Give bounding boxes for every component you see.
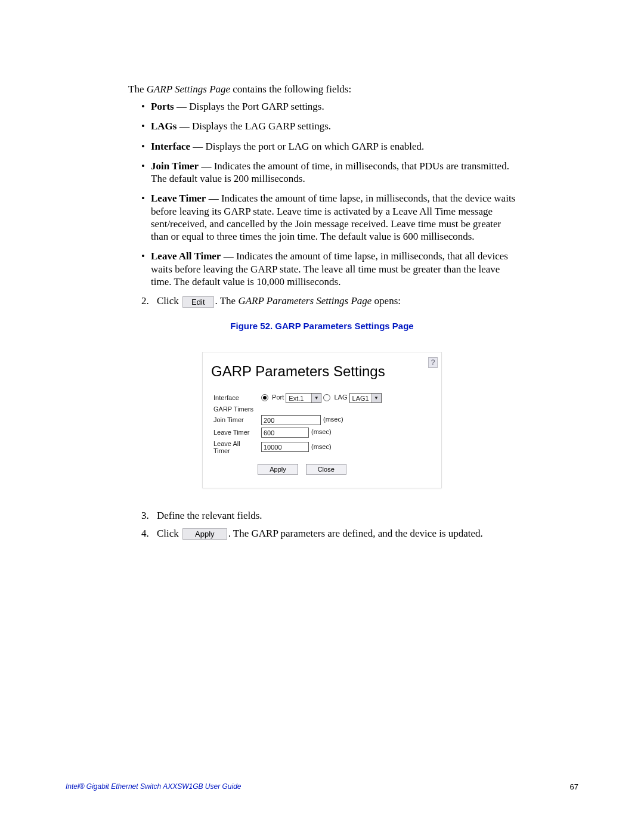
field-item: Join Timer — Indicates the amount of tim… <box>141 160 516 185</box>
field-desc: — Indicates the amount of time, in milli… <box>151 160 509 184</box>
help-icon[interactable]: ? <box>428 357 438 368</box>
leave-timer-input[interactable]: 600 <box>261 428 309 438</box>
field-item: Leave All Timer — Indicates the amount o… <box>141 250 516 288</box>
step-2: 2. Click Edit. The GARP Parameters Setti… <box>141 295 516 308</box>
step-num: 4. <box>141 528 149 540</box>
field-item: LAGs — Displays the LAG GARP settings. <box>141 120 516 132</box>
field-name: Leave All Timer <box>151 250 221 262</box>
step-page-name: GARP Parameters Settings Page <box>238 295 371 306</box>
intro-line: The GARP Settings Page contains the foll… <box>128 83 516 95</box>
field-item: Interface — Displays the port or LAG on … <box>141 140 516 153</box>
port-select[interactable]: Ext.1 <box>286 393 321 403</box>
intro-pre: The <box>128 83 147 95</box>
step-4: 4. Click Apply. The GARP parameters are … <box>141 528 516 540</box>
label-leave-all-timer: Leave All Timer <box>211 439 259 456</box>
page-number: 67 <box>570 782 578 791</box>
garp-dialog: ? GARP Parameters Settings Interface Por… <box>202 352 442 488</box>
step-end: . The GARP parameters are defined, and t… <box>228 528 483 539</box>
figure-caption: Figure 52. GARP Parameters Settings Page <box>128 321 516 331</box>
radio-lag-label: LAG <box>334 394 347 401</box>
field-desc: — Displays the port or LAG on which GARP… <box>190 141 424 152</box>
label-leave-timer: Leave Timer <box>211 426 259 439</box>
label-join-timer: Join Timer <box>211 414 259 426</box>
intro-page-name: GARP Settings Page <box>147 83 230 95</box>
join-timer-input[interactable]: 200 <box>261 415 321 425</box>
edit-button[interactable]: Edit <box>182 296 213 308</box>
field-desc: — Displays the Port GARP settings. <box>174 101 324 112</box>
field-name: Leave Timer <box>151 193 206 204</box>
dialog-close-button[interactable]: Close <box>306 464 346 475</box>
radio-port-label: Port <box>272 394 284 401</box>
label-garp-timers: GARP Timers <box>211 404 259 414</box>
field-name: Ports <box>151 101 174 112</box>
step-mid: . The <box>215 295 239 306</box>
step-click: Click <box>157 295 181 306</box>
field-name: Interface <box>151 141 190 152</box>
step-text: Define the relevant fields. <box>157 510 262 521</box>
step-num: 2. <box>141 295 149 307</box>
dialog-form: Interface Port Ext.1 LAG LAG1 GARP Timer… <box>211 392 384 456</box>
apply-button[interactable]: Apply <box>182 528 227 540</box>
page-footer: Intel® Gigabit Ethernet Switch AXXSW1GB … <box>66 782 578 791</box>
step-click: Click <box>157 528 181 539</box>
unit-msec: (msec) <box>323 416 343 423</box>
label-interface: Interface <box>211 392 259 404</box>
radio-lag[interactable] <box>323 394 330 401</box>
step-num: 3. <box>141 510 149 522</box>
step-3: 3. Define the relevant fields. <box>141 510 516 522</box>
field-name: LAGs <box>151 120 177 132</box>
radio-port[interactable] <box>261 394 268 401</box>
lag-select[interactable]: LAG1 <box>349 393 382 403</box>
dialog-title: GARP Parameters Settings <box>211 363 441 380</box>
intro-post: contains the following fields: <box>230 83 351 95</box>
leave-all-timer-input[interactable]: 10000 <box>261 442 309 452</box>
step-end: opens: <box>371 295 401 306</box>
unit-msec: (msec) <box>311 428 332 435</box>
field-item: Leave Timer — Indicates the amount of ti… <box>141 192 516 243</box>
footer-title: Intel® Gigabit Ethernet Switch AXXSW1GB … <box>66 782 242 791</box>
field-name: Join Timer <box>151 160 199 172</box>
field-list: Ports — Displays the Port GARP settings.… <box>128 100 516 288</box>
field-desc: — Indicates the amount of time lapse, in… <box>151 193 515 242</box>
field-item: Ports — Displays the Port GARP settings. <box>141 100 516 113</box>
field-desc: — Displays the LAG GARP settings. <box>177 120 331 132</box>
dialog-apply-button[interactable]: Apply <box>258 464 298 475</box>
unit-msec: (msec) <box>311 443 332 450</box>
